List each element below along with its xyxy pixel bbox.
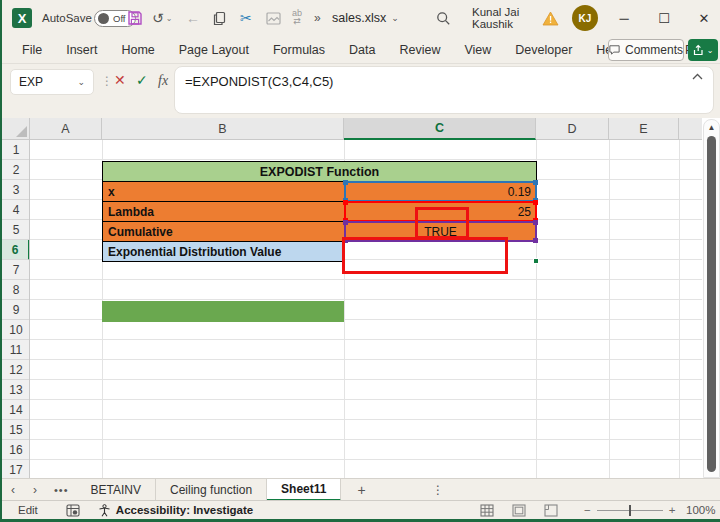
row-header-11[interactable]: 11 xyxy=(2,340,30,360)
row-header-7[interactable]: 7 xyxy=(2,260,30,280)
fill-handle[interactable] xyxy=(533,258,539,264)
row-header-15[interactable]: 15 xyxy=(2,420,30,440)
row-header-6[interactable]: 6 xyxy=(2,240,30,260)
search-icon[interactable] xyxy=(436,0,451,36)
row-header-4[interactable]: 4 xyxy=(2,200,30,220)
row-header-1[interactable]: 1 xyxy=(2,140,30,160)
page-break-view-icon[interactable] xyxy=(544,504,558,517)
row-header-5[interactable]: 5 xyxy=(2,220,30,240)
formula-input[interactable]: =EXPONDIST(C3,C4,C5) xyxy=(174,66,714,114)
maximize-button[interactable]: ☐ xyxy=(654,0,674,36)
sheet-more-icon[interactable]: ••• xyxy=(46,484,77,496)
cell-label-b3[interactable]: x xyxy=(102,181,345,202)
back-arrow-icon[interactable]: ← xyxy=(186,0,200,36)
macro-record-icon[interactable] xyxy=(66,504,80,517)
column-header-b[interactable]: B xyxy=(102,118,344,140)
more-commands-icon[interactable]: » xyxy=(314,0,321,36)
row-header-10[interactable]: 10 xyxy=(2,320,30,340)
insert-function-icon[interactable]: fx xyxy=(158,73,168,89)
accessibility-icon xyxy=(98,504,111,517)
vertical-scrollbar[interactable]: ▲ xyxy=(703,119,720,478)
row-header-16[interactable]: 16 xyxy=(2,440,30,460)
cell-label-b4[interactable]: Lambda xyxy=(102,201,345,222)
row-header-2[interactable]: 2 xyxy=(2,160,30,180)
cell-mode-indicator: Edit xyxy=(18,504,38,516)
title-bar: X AutoSave Off ↺⌄ ← ✂ ab⇄ » sales.xlsx ⌄ xyxy=(2,0,720,36)
scroll-up-icon[interactable]: ▲ xyxy=(704,123,719,132)
comment-icon xyxy=(609,44,620,56)
status-bar: Edit Accessibility: Investigate − + 100% xyxy=(2,500,720,519)
menu-tab-developer[interactable]: Developer xyxy=(503,43,584,57)
sheet-nav-left-icon[interactable]: ‹ xyxy=(2,483,24,497)
user-name[interactable]: Kunal Jai Kaushik xyxy=(472,0,560,36)
vertical-scroll-thumb[interactable] xyxy=(707,136,716,472)
sheet-nav-right-icon[interactable]: › xyxy=(24,483,46,497)
sheet-tab-ceiling-function[interactable]: Ceiling function xyxy=(156,479,267,501)
page-layout-view-icon[interactable] xyxy=(512,504,526,517)
add-sheet-button[interactable]: + xyxy=(341,482,381,498)
zoom-out-icon[interactable]: − xyxy=(584,504,591,516)
sheet-tab-betainv[interactable]: BETAINV xyxy=(77,479,156,501)
tabbar-dots-icon[interactable]: ⋮ xyxy=(432,483,444,497)
document-title[interactable]: sales.xlsx ⌄ xyxy=(332,0,399,36)
excel-logo-letter: X xyxy=(12,8,32,28)
zoom-in-icon[interactable]: + xyxy=(669,504,676,516)
sheet-tab-sheet11[interactable]: Sheet11 xyxy=(267,479,341,501)
menu-tab-view[interactable]: View xyxy=(452,43,503,57)
row-header-13[interactable]: 13 xyxy=(2,380,30,400)
copy-icon[interactable] xyxy=(212,0,227,36)
cut-icon[interactable]: ✂ xyxy=(240,0,252,36)
cell-title-b2[interactable]: EXPODIST Function xyxy=(102,161,537,182)
row-header-17[interactable]: 17 xyxy=(2,460,30,478)
confirm-entry-icon[interactable]: ✓ xyxy=(136,72,148,88)
undo-chevron-icon: ⌄ xyxy=(166,14,173,23)
menu-tab-insert[interactable]: Insert xyxy=(54,43,109,57)
row-header-8[interactable]: 8 xyxy=(2,280,30,300)
save-icon[interactable] xyxy=(127,0,143,36)
cell-label-b5[interactable]: Cumulative xyxy=(102,221,345,242)
select-all-corner[interactable] xyxy=(2,118,30,140)
undo-icon[interactable]: ↺⌄ xyxy=(152,0,172,36)
toggle-knob-icon xyxy=(98,13,109,24)
formula-bar-dots-icon: ⋮ xyxy=(101,74,113,88)
minimize-button[interactable]: ─ xyxy=(614,0,634,36)
row-header-14[interactable]: 14 xyxy=(2,400,30,420)
zoom-slider[interactable] xyxy=(597,510,663,511)
normal-view-icon[interactable] xyxy=(480,504,494,517)
cell-green-b9[interactable] xyxy=(102,301,344,322)
row-header-9[interactable]: 9 xyxy=(2,300,30,320)
cancel-entry-icon[interactable]: ✕ xyxy=(114,72,126,88)
close-button[interactable]: ✕ xyxy=(694,0,714,36)
excel-app-icon[interactable]: X xyxy=(12,0,32,36)
menu-tab-data[interactable]: Data xyxy=(337,43,387,57)
share-chevron-icon: ⌄ xyxy=(707,46,714,55)
row-header-3[interactable]: 3 xyxy=(2,180,30,200)
sheet-tab-bar: ‹ › ••• BETAINVCeiling functionSheet11 +… xyxy=(2,478,720,500)
name-box[interactable]: EXP ⌄ xyxy=(10,69,94,95)
accessibility-status[interactable]: Accessibility: Investigate xyxy=(98,504,253,517)
filename-chevron-icon: ⌄ xyxy=(391,13,399,23)
menu-tab-home[interactable]: Home xyxy=(109,43,166,57)
zoom-slider-thumb[interactable] xyxy=(629,505,631,516)
range-border-c3 xyxy=(344,181,537,202)
comments-button[interactable]: Comments xyxy=(608,39,684,61)
zoom-level[interactable]: 100% xyxy=(686,504,715,516)
collapse-formula-bar-icon[interactable] xyxy=(692,73,703,80)
menu-tab-page-layout[interactable]: Page Layout xyxy=(167,43,261,57)
menu-tab-formulas[interactable]: Formulas xyxy=(261,43,337,57)
row-header-12[interactable]: 12 xyxy=(2,360,30,380)
excel-window: X AutoSave Off ↺⌄ ← ✂ ab⇄ » sales.xlsx ⌄ xyxy=(0,0,720,522)
user-avatar[interactable]: KJ xyxy=(572,5,598,31)
column-header-c[interactable]: C xyxy=(344,118,536,140)
column-header-e[interactable]: E xyxy=(609,118,679,140)
column-header-d[interactable]: D xyxy=(536,118,609,140)
column-header-a[interactable]: A xyxy=(30,118,102,140)
annotation-box-formula xyxy=(342,237,508,274)
menu-tab-file[interactable]: File xyxy=(10,43,54,57)
autosave-state: Off xyxy=(113,13,126,24)
share-button[interactable]: ⌄ xyxy=(688,39,718,61)
paste-picture-icon[interactable] xyxy=(266,0,281,36)
menu-tab-review[interactable]: Review xyxy=(387,43,452,57)
cell-label-b6[interactable]: Exponential Distribution Value xyxy=(102,241,345,262)
formula-text: =EXPONDIST(C3,C4,C5) xyxy=(185,74,333,89)
